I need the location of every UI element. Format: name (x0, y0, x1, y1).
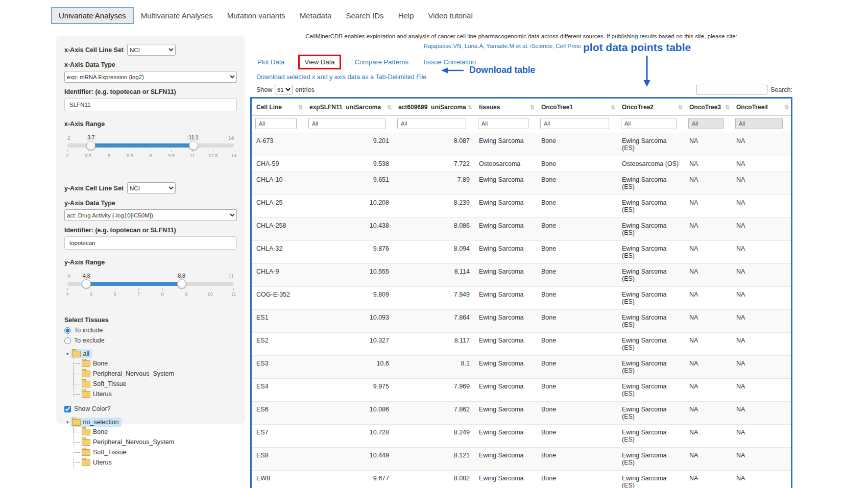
table-row[interactable]: ES1 10.093 7.864 Ewing Sarcoma Bone Ewin… (252, 310, 791, 333)
table-row[interactable]: ES2 10.327 8.117 Ewing Sarcoma Bone Ewin… (252, 333, 791, 356)
x-identifier-input[interactable] (64, 98, 237, 111)
folder-icon (82, 449, 90, 456)
exp-value-cell: 9.201 (305, 133, 394, 156)
tree-root-selected[interactable]: all (70, 349, 92, 358)
table-row[interactable]: CHLA-32 9.876 8.094 Ewing Sarcoma Bone E… (252, 241, 791, 264)
y-cell-line-set-select[interactable]: NCI (127, 182, 176, 194)
table-row[interactable]: ES3 10.6 8.1 Ewing Sarcoma Bone Ewing Sa… (252, 356, 791, 379)
oncotree3-cell: NA (685, 195, 732, 218)
oncotree1-cell: Bone (537, 156, 617, 172)
table-row[interactable]: ES8 10.449 8.121 Ewing Sarcoma Bone Ewin… (252, 448, 791, 471)
column-header[interactable]: tissues ⇅ (474, 99, 537, 116)
y-identifier-input[interactable] (64, 236, 237, 250)
header-row: Cell Line ⇅ expSLFN11_uniSarcoma ⇅ act60… (252, 99, 791, 116)
x-cell-line-set-select[interactable]: NCI (127, 44, 176, 56)
act-value-cell: 8.121 (394, 448, 474, 471)
nav-tab[interactable]: Video tutorial (421, 8, 479, 23)
exclude-radio[interactable] (64, 337, 71, 344)
entries-label: entries (295, 86, 315, 93)
table-row[interactable]: EW8 9.677 8.082 Ewing Sarcoma Bone Ewing… (252, 471, 791, 488)
column-header-label: OncoTree2 (622, 104, 654, 111)
folder-icon (82, 391, 90, 398)
table-row[interactable]: CHLA-10 9.651 7.89 Ewing Sarcoma Bone Ew… (252, 172, 791, 195)
slider-handle-from[interactable] (86, 141, 95, 150)
table-row[interactable]: A-673 9.201 8.087 Ewing Sarcoma Bone Ewi… (252, 133, 791, 156)
entries-select[interactable]: 61 (275, 85, 293, 94)
x-data-type-select[interactable]: exp: mRNA Expression (log2) (64, 71, 237, 83)
oncotree3-cell: NA (685, 425, 732, 448)
plot-table-annotation: plot data points table (581, 41, 693, 54)
folder-icon (82, 360, 90, 367)
column-header[interactable]: Cell Line ⇅ (252, 99, 305, 116)
view-tab[interactable]: View Data (298, 55, 341, 69)
act-value-cell: 8.094 (394, 241, 474, 264)
oncotree3-cell: NA (685, 379, 732, 402)
tree-node[interactable]: Uterus (74, 389, 237, 399)
column-header[interactable]: OncoTree3 ⇅ (685, 99, 732, 116)
filter-input-cell-line[interactable] (255, 118, 297, 129)
tree-root-node[interactable]: ▾ all (66, 349, 237, 358)
view-tab[interactable]: Compare Patterns (355, 58, 409, 66)
exclude-tissue-tree: ▾ no_selection Bone Peripheral_Nervous_S… (66, 418, 237, 468)
tree-root-node[interactable]: ▾ no_selection (66, 418, 237, 427)
oncotree4-cell: NA (732, 448, 791, 471)
table-row[interactable]: ES4 9.975 7.969 Ewing Sarcoma Bone Ewing… (252, 379, 791, 402)
table-row[interactable]: CHLA-25 10.208 8.239 Ewing Sarcoma Bone … (252, 195, 791, 218)
tree-node[interactable]: Soft_Tissue (74, 379, 237, 389)
nav-tab[interactable]: Multivariate Analyses (134, 8, 220, 23)
nav-tab[interactable]: Univariate Analyses (51, 7, 134, 24)
filter-input-oncotree2[interactable] (621, 118, 677, 129)
nav-tab[interactable]: Metadata (293, 8, 339, 23)
nav-tab[interactable]: Search IDs (339, 8, 391, 23)
column-header[interactable]: expSLFN11_uniSarcoma ⇅ (305, 99, 394, 116)
oncotree2-cell: Ewing Sarcoma (ES) (617, 379, 685, 402)
tree-node[interactable]: Peripheral_Nervous_System (74, 369, 237, 379)
filter-input-oncotree1[interactable] (540, 118, 609, 129)
download-table-annotation-label: Download table (469, 65, 535, 76)
tree-root-selected[interactable]: no_selection (70, 418, 122, 427)
tree-node[interactable]: Uterus (74, 457, 237, 468)
tissue-cell: Ewing Sarcoma (474, 172, 537, 195)
citation-reference-link[interactable]: Rajapakse.VN, Luna.A, Yamade.M et al. iS… (250, 42, 792, 50)
slider-handle-to[interactable] (189, 141, 198, 150)
filter-input-act[interactable] (397, 118, 466, 129)
tree-node[interactable]: Bone (74, 358, 237, 369)
download-link[interactable]: Download selected x and y axis data as a… (256, 74, 426, 81)
show-color-checkbox[interactable] (64, 406, 71, 412)
column-header[interactable]: act609699_uniSarcoma ⇅ (394, 99, 474, 116)
oncotree3-cell: NA (685, 471, 732, 488)
nav-tab[interactable]: Help (391, 8, 421, 23)
include-radio[interactable] (64, 327, 71, 334)
search-input[interactable] (696, 85, 767, 94)
table-row[interactable]: ES6 10.086 7.862 Ewing Sarcoma Bone Ewin… (252, 402, 791, 425)
tree-children: Bone Peripheral_Nervous_System Soft_Tiss… (73, 358, 237, 399)
y-cell-line-set-label: y-Axis Cell Line Set (64, 185, 124, 192)
y-identifier-label: Identifier: (e.g. topotecan or SLFN11) (64, 227, 237, 234)
view-tab[interactable]: Plot Data (257, 58, 284, 66)
y-data-type-select[interactable]: act: Drug Activity (-log10[IC50M]) (64, 209, 237, 221)
column-header[interactable]: OncoTree4 ⇅ (732, 99, 791, 116)
oncotree4-cell: NA (732, 402, 791, 425)
table-row[interactable]: CHLA-258 10.438 8.086 Ewing Sarcoma Bone… (252, 218, 791, 241)
column-header[interactable]: OncoTree2 ⇅ (617, 99, 685, 116)
tree-node[interactable]: Bone (74, 427, 237, 437)
include-radio-row: To include (64, 327, 237, 334)
exp-value-cell: 10.093 (305, 310, 394, 333)
table-row[interactable]: CHLA-9 10.555 8.114 Ewing Sarcoma Bone E… (252, 264, 791, 287)
column-header[interactable]: OncoTree1 ⇅ (537, 99, 617, 116)
filter-input-exp[interactable] (308, 118, 385, 129)
slider-handle-to[interactable] (177, 279, 186, 288)
filter-input-oncotree4[interactable] (735, 118, 783, 129)
filter-input-tissues[interactable] (478, 118, 528, 129)
table-row[interactable]: CHA-59 9.538 7.722 Osteosarcoma Bone Ost… (252, 156, 791, 172)
filter-input-oncotree3[interactable] (688, 118, 724, 129)
table-row[interactable]: COG-E-352 9.809 7.949 Ewing Sarcoma Bone… (252, 287, 791, 310)
slider-handle-from[interactable] (82, 279, 91, 288)
x-range-slider: 2 3.7 11.1 14 2 3.5 5 6.5 (67, 135, 234, 159)
table-row[interactable]: ES7 10.728 8.249 Ewing Sarcoma Bone Ewin… (252, 425, 791, 448)
nav-tab[interactable]: Mutation variants (220, 8, 293, 23)
tree-node[interactable]: Peripheral_Nervous_System (74, 437, 237, 447)
tree-node[interactable]: Soft_Tissue (74, 447, 237, 457)
y-range-slider: 4 4.8 8.8 11 4 5 6 7 8 (67, 273, 234, 297)
act-value-cell: 7.89 (394, 172, 474, 195)
